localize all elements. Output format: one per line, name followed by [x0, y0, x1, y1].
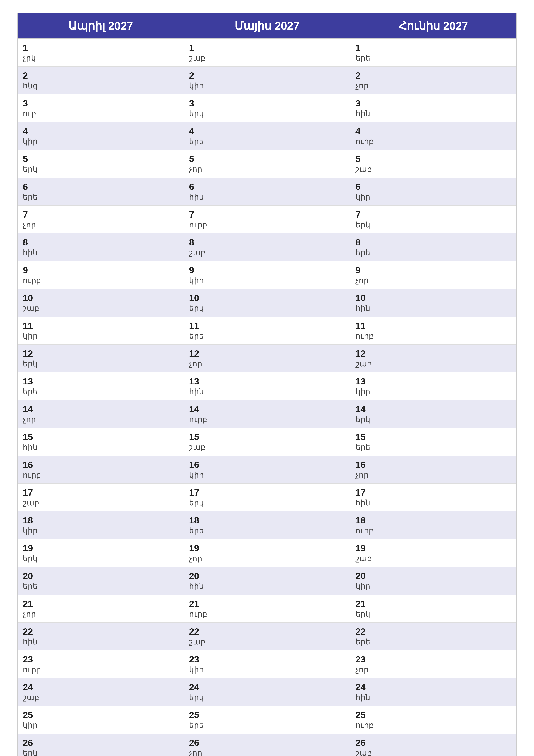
day-number: 9 — [189, 265, 345, 275]
day-number: 25 — [189, 710, 345, 720]
day-number: 21 — [189, 599, 345, 609]
day-number: 1 — [189, 43, 345, 53]
day-name: ուրբ — [355, 721, 511, 730]
day-number: 11 — [189, 321, 345, 331]
table-row: 1չրկ — [17, 39, 184, 67]
day-number: 8 — [189, 237, 345, 248]
day-name: կիր — [355, 582, 511, 591]
day-number: 13 — [189, 376, 345, 387]
day-number: 20 — [23, 571, 179, 581]
day-name: չոր — [355, 276, 511, 285]
day-name: երե — [189, 721, 345, 730]
table-row: 12շաբ — [350, 345, 517, 372]
day-name: երկ — [23, 359, 179, 368]
table-row: 12երկ — [17, 345, 184, 372]
table-row: 22երե — [350, 623, 517, 650]
table-row: 4կիր — [17, 122, 184, 150]
table-row: 17շաբ — [17, 484, 184, 511]
day-name: ուրբ — [189, 609, 345, 618]
table-row: 11կիր — [17, 317, 184, 345]
table-row: 18կիր — [17, 511, 184, 539]
day-number: 19 — [355, 543, 511, 554]
day-number: 5 — [189, 154, 345, 164]
table-row: 7չոր — [17, 205, 184, 233]
day-name: երկ — [23, 554, 179, 563]
day-number: 22 — [189, 627, 345, 637]
table-row: 6երե — [17, 178, 184, 205]
day-name: երկ — [355, 415, 511, 424]
table-row: 11երե — [184, 317, 350, 345]
table-row: 17երկ — [184, 484, 350, 511]
day-number: 5 — [355, 154, 511, 164]
day-name: հին — [189, 192, 345, 202]
day-number: 6 — [23, 182, 179, 192]
table-row: 20երե — [17, 567, 184, 595]
table-row: 14չոր — [17, 400, 184, 428]
day-name: շաբ — [23, 498, 179, 507]
day-name: չոր — [23, 220, 179, 229]
table-row: 25երե — [184, 706, 350, 734]
day-name: ուրբ — [23, 471, 179, 479]
table-row: 6կիր — [350, 178, 517, 205]
table-row: 21ուրբ — [184, 595, 350, 623]
day-number: 12 — [23, 348, 179, 359]
day-number: 2 — [23, 70, 179, 81]
day-name: շաբ — [189, 248, 345, 257]
day-name: ուրբ — [355, 332, 511, 340]
day-name: ուրբ — [23, 276, 179, 285]
table-row: 24շաբ — [17, 678, 184, 706]
day-name: կիր — [23, 332, 179, 340]
table-row: 23կիր — [184, 650, 350, 678]
table-row: 19շաբ — [350, 539, 517, 567]
day-name: հնգ — [23, 81, 179, 90]
day-number: 18 — [355, 515, 511, 526]
day-name: երե — [355, 443, 511, 452]
day-name: երկ — [189, 304, 345, 313]
day-number: 13 — [355, 376, 511, 387]
day-number: 4 — [23, 126, 179, 136]
day-name: հին — [355, 109, 511, 118]
day-number: 22 — [23, 627, 179, 637]
calendar-table: Ապրիլ 2027 Մայիս 2027 Հունիս 2027 1չրկ1շ… — [17, 13, 517, 756]
table-row: 9չոր — [350, 261, 517, 289]
day-name: կիր — [23, 526, 179, 535]
table-row: 9կիր — [184, 261, 350, 289]
day-name: կիր — [23, 137, 179, 146]
day-number: 14 — [355, 404, 511, 415]
table-row: 26շաբ — [350, 734, 517, 756]
day-name: երկ — [355, 609, 511, 618]
day-number: 16 — [23, 460, 179, 470]
day-name: չոր — [189, 359, 345, 368]
day-name: երկ — [23, 165, 179, 174]
table-row: 12չոր — [184, 345, 350, 372]
month-header-june: Հունիս 2027 — [350, 13, 517, 39]
day-name: ուրբ — [355, 526, 511, 535]
table-row: 8շաբ — [184, 233, 350, 261]
table-row: 3երկ — [184, 94, 350, 122]
day-name: շաբ — [189, 443, 345, 452]
day-number: 14 — [189, 404, 345, 415]
day-number: 4 — [355, 126, 511, 136]
day-number: 26 — [189, 738, 345, 748]
day-name: հին — [355, 693, 511, 702]
day-number: 26 — [23, 738, 179, 748]
day-number: 23 — [355, 654, 511, 664]
table-row: 10երկ — [184, 289, 350, 317]
day-name: հին — [189, 582, 345, 591]
month-header-may: Մայիս 2027 — [184, 13, 350, 39]
table-row: 1երե — [350, 39, 517, 67]
day-name: կիր — [189, 81, 345, 90]
table-row: 5շաբ — [350, 150, 517, 178]
day-name: շաբ — [355, 554, 511, 563]
day-number: 6 — [355, 182, 511, 192]
day-name: երե — [355, 637, 511, 646]
day-number: 3 — [23, 98, 179, 109]
day-name: շաբ — [23, 304, 179, 313]
day-number: 11 — [355, 321, 511, 331]
day-number: 23 — [23, 654, 179, 664]
day-number: 16 — [355, 460, 511, 470]
table-row: 18երե — [184, 511, 350, 539]
day-name: հին — [189, 387, 345, 396]
table-row: 26չոր — [184, 734, 350, 756]
day-number: 20 — [189, 571, 345, 581]
